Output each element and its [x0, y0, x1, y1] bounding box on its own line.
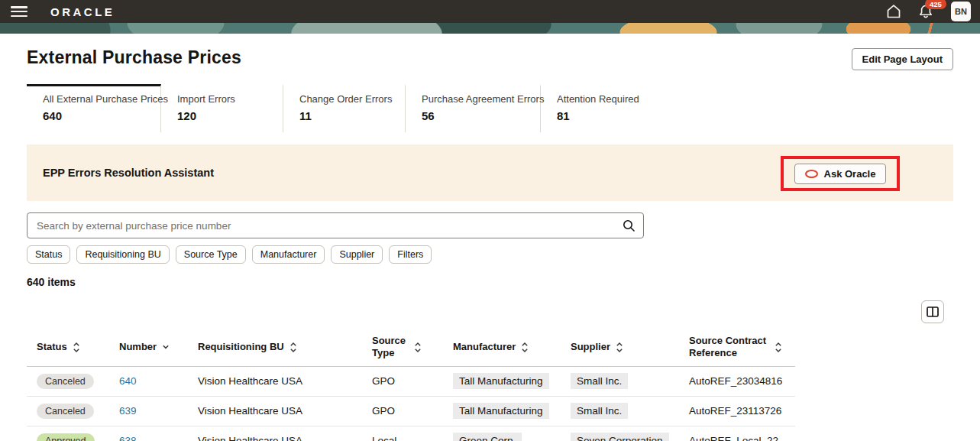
tab-all-external-purchase-prices[interactable]: All External Purchase Prices 640: [27, 84, 161, 132]
sort-desc-icon: [162, 344, 170, 350]
items-count: 640 items: [27, 276, 953, 288]
manufacturer-cell: Tall Manufacturing: [453, 403, 549, 419]
columns-icon: [927, 306, 939, 317]
requisitioning-bu-cell: Vision Healthcare USA: [188, 367, 362, 396]
manufacturer-cell: Tall Manufacturing: [453, 373, 549, 389]
source-type-cell: GPO: [362, 367, 443, 396]
epp-assistant-banner: EPP Errors Resolution Assistant Ask Orac…: [27, 144, 953, 201]
column-header-status[interactable]: Status: [27, 329, 109, 366]
column-header-requisitioning-bu[interactable]: Requisitioning BU: [188, 329, 362, 366]
ask-oracle-button[interactable]: Ask Oracle: [794, 164, 887, 184]
filter-chip-source-type[interactable]: Source Type: [176, 245, 246, 264]
search-icon[interactable]: [622, 219, 636, 232]
column-header-manufacturer[interactable]: Manufacturer: [443, 329, 561, 366]
hamburger-menu-icon[interactable]: [11, 6, 27, 17]
source-type-cell: GPO: [362, 397, 443, 426]
column-header-source-contract-reference[interactable]: Source Contract Reference: [679, 329, 795, 366]
tab-import-errors[interactable]: Import Errors 120: [161, 84, 283, 132]
search-bar: [27, 212, 644, 238]
column-header-number[interactable]: Number: [109, 329, 188, 366]
number-link[interactable]: 639: [119, 405, 137, 417]
supplier-cell: Small Inc.: [571, 403, 628, 419]
infolet-tabs: All External Purchase Prices 640 Import …: [27, 84, 953, 132]
home-button[interactable]: [884, 2, 904, 21]
filter-chip-manufacturer[interactable]: Manufacturer: [252, 245, 325, 264]
tab-change-order-errors[interactable]: Change Order Errors 11: [283, 84, 406, 132]
tab-attention-required[interactable]: Attention Required 81: [541, 84, 678, 132]
home-icon: [885, 3, 902, 20]
requisitioning-bu-cell: Vision Healthcare USA: [188, 397, 362, 426]
search-input[interactable]: [37, 220, 622, 232]
sort-icon: [616, 342, 623, 353]
user-avatar[interactable]: BN: [951, 2, 971, 21]
ask-oracle-label: Ask Oracle: [824, 168, 876, 180]
oracle-o-icon: [805, 170, 818, 178]
number-link[interactable]: 638: [119, 435, 137, 441]
source-contract-reference-cell: AutoREF_Local_22...: [679, 426, 795, 441]
table-header-row: Status Number Requisitioning BU Source T…: [27, 329, 795, 367]
oracle-logo: ORACLE: [50, 5, 115, 18]
edit-page-layout-button[interactable]: Edit Page Layout: [852, 48, 953, 70]
status-badge: Canceled: [37, 374, 94, 389]
top-bar: ORACLE 425 BN: [0, 0, 980, 23]
sort-icon: [73, 342, 80, 353]
table-row[interactable]: Approved 638 Vision Healthcare USA Local…: [27, 426, 795, 441]
table-row[interactable]: Canceled 640 Vision Healthcare USA GPO T…: [27, 367, 795, 397]
sort-icon: [414, 342, 422, 353]
notification-count-badge: 425: [925, 0, 946, 9]
table-row[interactable]: Canceled 639 Vision Healthcare USA GPO T…: [27, 397, 795, 426]
sort-icon: [289, 342, 297, 353]
filter-chip-status[interactable]: Status: [27, 245, 70, 264]
number-link[interactable]: 640: [119, 375, 137, 387]
red-highlight-annotation: Ask Oracle: [781, 156, 900, 191]
assistant-banner-title: EPP Errors Resolution Assistant: [43, 167, 214, 179]
manage-columns-button[interactable]: [921, 300, 944, 323]
filter-chips: Status Requisitioning BU Source Type Man…: [27, 245, 953, 264]
page-title: External Purchase Prices: [27, 47, 241, 68]
supplier-cell: Seven Corporation: [571, 433, 669, 441]
sort-icon: [521, 342, 529, 353]
filter-chip-supplier[interactable]: Supplier: [331, 245, 383, 264]
supplier-cell: Small Inc.: [571, 373, 628, 389]
column-header-source-type[interactable]: Source Type: [362, 329, 443, 366]
requisitioning-bu-cell: Vision Healthcare USA: [188, 426, 362, 441]
source-contract-reference-cell: AutoREF_23113726: [679, 397, 795, 426]
source-type-cell: Local: [362, 426, 443, 441]
column-header-supplier[interactable]: Supplier: [561, 329, 679, 366]
status-badge: Approved: [37, 433, 95, 441]
decorative-banner: [0, 23, 980, 34]
filter-chip-requisitioning-bu[interactable]: Requisitioning BU: [76, 245, 169, 264]
sort-icon: [775, 342, 782, 353]
tab-purchase-agreement-errors[interactable]: Purchase Agreement Errors 56: [406, 84, 541, 132]
notifications-button[interactable]: 425: [916, 2, 936, 21]
status-badge: Canceled: [37, 404, 94, 419]
filter-chip-filters[interactable]: Filters: [389, 245, 432, 264]
source-contract-reference-cell: AutoREF_23034816: [679, 367, 795, 396]
manufacturer-cell: Green Corp.: [453, 433, 522, 441]
